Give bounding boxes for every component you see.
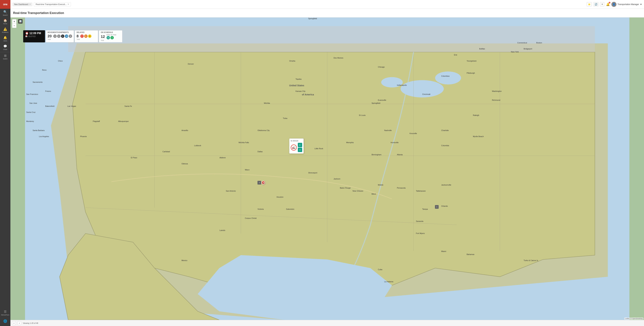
search-icon: 🔍 [3, 10, 7, 14]
popup-shipment-id: M-409328 [291, 140, 302, 142]
on-schedule-row: 12 Early On Time 11 1 [101, 34, 120, 39]
map-attribution: Leaflet | © OpenStreetMap [624, 317, 643, 319]
tab-rte[interactable]: Real-time Transportation Executi... ✕ [34, 2, 71, 7]
early-count: 11 [106, 36, 110, 39]
badge-3: 19 [65, 35, 68, 38]
clock-time: 12:09 PM [30, 32, 41, 35]
on-schedule-title: ON SCHEDULE [101, 32, 120, 33]
stats-clock-panel: ⏰ 12:09 PM 📅 01/27/22 [23, 30, 45, 42]
zoom-in-button[interactable]: + [12, 19, 16, 24]
stats-bar: ⏰ 12:09 PM 📅 01/27/22 MOVEMENTS/SHIPMENT… [23, 30, 122, 42]
movements-row: 20 0 0 1 19 0 [48, 34, 72, 38]
problems-icon: ⚠️ [3, 27, 7, 31]
tab-neo-close[interactable]: ✕ [29, 3, 31, 6]
badge-0: 0 [53, 35, 57, 38]
movements-total-label: Total [48, 39, 72, 40]
badge-1: 0 [57, 35, 60, 38]
globe-icon: 🌐 [3, 319, 7, 323]
page-header: Real-time Transportation Execution [10, 9, 644, 18]
sidebar: one 🔍 Search 🏠 Home ⚠️ Problems 🔔 Alerts… [0, 0, 10, 326]
bottom-bar: ‹ › Viewing 1-20 of 48 [10, 320, 644, 326]
star-button[interactable]: ⭐ [587, 2, 592, 7]
shipment-popup: M-409328 🚛 ℹ ≡ [289, 138, 304, 154]
page-title: Real-time Transportation Execution [13, 11, 64, 15]
delayed-total: 8 [76, 34, 78, 38]
popup-list-button[interactable]: ≡ [298, 148, 302, 152]
topbar-right: ⭐ 🔄 ✕ 🔔 1 👤 Transportation Manager ▼ [587, 2, 642, 7]
on-schedule-total: 12 [101, 35, 105, 39]
alerts-icon: 🔔 [3, 36, 7, 40]
notification-bell[interactable]: 🔔 1 [606, 3, 610, 6]
menus-icon: ☰ [4, 310, 6, 313]
on-time-count: 1 [110, 36, 114, 39]
app-logo: one [0, 0, 10, 9]
chats-icon: 💬 [3, 44, 7, 48]
close-button[interactable]: ✕ [600, 2, 604, 7]
marker-stack: ≡ 🚛 [258, 181, 265, 185]
movements-total: 20 [48, 34, 52, 38]
sidebar-item-home[interactable]: 🏠 Home [0, 17, 10, 26]
on-schedule-total-label: Total [101, 40, 120, 41]
delayed-badge-2: 1 [88, 35, 92, 38]
sidebar-item-chats[interactable]: 💬 Chats [0, 43, 10, 52]
delayed-total-label: Total [76, 39, 96, 40]
clock-date: 01/27/22 [28, 35, 36, 37]
sidebar-item-alerts[interactable]: 🔔 Alerts [0, 35, 10, 43]
sidebar-item-menus[interactable]: ☰ Menus/Favs [0, 308, 10, 317]
delayed-badge-0: 7 [80, 35, 84, 38]
map-marker-stack-1[interactable]: ≡ 🚛 [258, 181, 265, 185]
calendar-icon: 📅 [25, 35, 28, 37]
stack-icon-1[interactable]: ≡ [258, 181, 261, 185]
svg-point-3 [381, 77, 403, 88]
marker-truck-1[interactable]: 🚛 [262, 181, 265, 185]
home-icon: 🏠 [3, 19, 7, 22]
notification-dot: 1 [609, 2, 610, 4]
viewing-info: Viewing 1-20 of 48 [23, 322, 38, 324]
popup-icons: 🚛 ℹ ≡ [291, 143, 302, 152]
zoom-out-button[interactable]: − [12, 24, 16, 28]
map-marker-stack-2[interactable]: ≡ [435, 205, 439, 209]
badge-2: 1 [61, 35, 64, 38]
badge-4: 0 [69, 35, 72, 38]
movements-panel: MOVEMENTS/SHIPMENTS 20 0 0 1 19 0 Total [46, 30, 74, 42]
popup-info-button[interactable]: ℹ [298, 143, 302, 147]
map-zoom-controls: + − [12, 19, 16, 28]
popup-truck-icon[interactable]: 🚛 [291, 145, 297, 151]
delayed-badge-1: 0 [84, 35, 88, 38]
svg-point-2 [435, 72, 461, 85]
main-content: Neo Dashboard ✕ Real-time Transportation… [10, 0, 644, 326]
movements-title: MOVEMENTS/SHIPMENTS [48, 32, 72, 33]
tab-neo-dashboard[interactable]: Neo Dashboard ✕ [12, 3, 32, 6]
sidebar-item-globe[interactable]: 🌐 [0, 318, 10, 324]
clock-icon: ⏰ [25, 32, 28, 35]
delayed-title: DELAYED [76, 32, 96, 33]
stack-icon-2[interactable]: ≡ [435, 205, 439, 209]
delayed-row: 8 7 0 1 [76, 34, 96, 38]
user-role: Transportation Manager [618, 3, 639, 6]
on-schedule-panel: ON SCHEDULE 12 Early On Time 11 1 [99, 30, 122, 42]
user-avatar: 👤 [612, 2, 616, 7]
sidebar-item-switch[interactable]: ⊞ Switch [0, 53, 10, 61]
tab-rte-close[interactable]: ✕ [68, 3, 69, 6]
early-label: Early [106, 34, 110, 36]
user-area[interactable]: 👤 Transportation Manager ▼ [612, 2, 642, 7]
refresh-button[interactable]: 🔄 [594, 2, 598, 7]
switch-icon: ⊞ [4, 54, 6, 58]
on-time-label: On Time [110, 34, 116, 36]
pagination-prev[interactable]: ‹ [12, 321, 16, 325]
user-dropdown-icon[interactable]: ▼ [640, 3, 642, 6]
map-side-panel-toggle[interactable]: 📊 [18, 19, 22, 24]
pagination-next[interactable]: › [18, 321, 21, 325]
sidebar-item-search[interactable]: 🔍 Search [0, 9, 10, 17]
delayed-panel: DELAYED 8 7 0 1 Total [74, 30, 98, 42]
sidebar-item-problems[interactable]: ⚠️ Problems [0, 26, 10, 35]
map-container[interactable]: Chico Reno Sacramento San Francisco San … [10, 18, 644, 320]
topbar: Neo Dashboard ✕ Real-time Transportation… [10, 0, 644, 9]
